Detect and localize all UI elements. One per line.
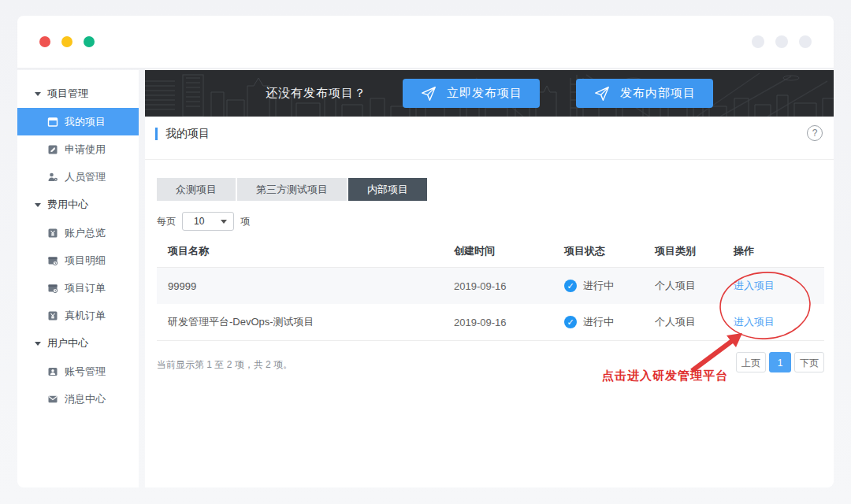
app-root: 项目管理 我的项目 申请使用 人员管理 费用中心 账户总览 项目明细 项目订 [0, 0, 851, 504]
main-panel: 还没有发布项目？ 立即发布项目 发布内部项目 我的项目 ? 众测项目 第三方测试… [145, 70, 834, 487]
sidebar-group-label: 用户中心 [47, 336, 88, 350]
tab-internal[interactable]: 内部项目 [348, 178, 427, 201]
sidebar-item-label: 消息中心 [65, 392, 106, 406]
page-title: 我的项目 [165, 127, 210, 141]
window-titlebar [17, 16, 834, 68]
sidebar-item-message-center[interactable]: 消息中心 [17, 385, 139, 413]
publish-banner: 还没有发布项目？ 立即发布项目 发布内部项目 [145, 70, 834, 117]
per-page-value: 10 [194, 216, 204, 227]
banner-prompt-text: 还没有发布项目？ [266, 86, 366, 101]
publish-internal-label: 发布内部项目 [620, 86, 696, 101]
sidebar-item-label: 项目订单 [65, 281, 106, 295]
created-time: 2019-09-16 [454, 317, 564, 328]
sidebar-item-project-detail[interactable]: 项目明细 [17, 246, 139, 274]
publish-internal-button[interactable]: 发布内部项目 [576, 79, 713, 108]
section-divider [145, 159, 834, 160]
question-circle-icon[interactable]: ? [807, 125, 823, 141]
project-category: 个人项目 [655, 279, 734, 293]
sidebar-item-label: 申请使用 [65, 143, 106, 157]
project-name: 99999 [157, 280, 454, 292]
sidebar-item-label: 真机订单 [65, 309, 106, 323]
sidebar-item-device-order[interactable]: 真机订单 [17, 302, 139, 329]
apply-use-icon [47, 144, 58, 155]
col-project-status: 项目状态 [564, 244, 655, 258]
sidebar-group-user-center[interactable]: 用户中心 [17, 329, 139, 358]
sidebar-item-label: 人员管理 [65, 170, 106, 184]
message-center-icon [47, 394, 58, 405]
col-action: 操作 [734, 244, 824, 258]
table-summary: 当前显示第 1 至 2 项，共 2 项。 [157, 358, 292, 372]
per-page-control: 每页 10 项 [157, 212, 250, 231]
sidebar-item-people-manage[interactable]: 人员管理 [17, 163, 139, 191]
section-header: 我的项目 ? [145, 125, 834, 149]
enter-project-link[interactable]: 进入项目 [734, 316, 775, 328]
tab-third-party-test[interactable]: 第三方测试项目 [237, 178, 347, 201]
sidebar-item-label: 我的项目 [65, 115, 106, 129]
sidebar-item-account-manage[interactable]: 账号管理 [17, 358, 139, 385]
projects-table: 项目名称 创建时间 项目状态 项目类别 操作 99999 2019-09-16 … [157, 235, 824, 341]
created-time: 2019-09-16 [454, 280, 564, 292]
status-text: 进行中 [583, 315, 614, 329]
sidebar-item-label: 项目明细 [65, 254, 106, 268]
sidebar-group-project-management[interactable]: 项目管理 [17, 80, 139, 108]
table-row: 99999 2019-09-16 ✓ 进行中 个人项目 进入项目 [157, 268, 824, 304]
device-order-icon [47, 310, 58, 321]
chevron-down-icon [35, 203, 41, 207]
account-manage-icon [47, 366, 58, 377]
publish-now-button[interactable]: 立即发布项目 [403, 79, 540, 108]
paper-plane-icon [593, 85, 611, 102]
check-circle-icon: ✓ [564, 280, 577, 292]
prev-page-button[interactable]: 上页 [736, 352, 766, 372]
window-controls [39, 36, 95, 47]
account-overview-icon [47, 228, 58, 239]
project-name: 研发管理平台-DevOps-测试项目 [157, 315, 454, 329]
sidebar-item-apply-use[interactable]: 申请使用 [17, 135, 139, 163]
per-page-prefix: 每页 [157, 215, 176, 228]
menu-dot-icon[interactable] [775, 35, 788, 48]
project-type-tabs: 众测项目 第三方测试项目 内部项目 [157, 178, 427, 201]
per-page-select[interactable]: 10 [182, 212, 234, 231]
pagination: 上页 1 下页 [736, 352, 824, 372]
page-number-button[interactable]: 1 [769, 352, 791, 372]
paper-plane-icon [420, 85, 437, 102]
project-category: 个人项目 [655, 315, 734, 329]
chevron-down-icon [35, 92, 41, 96]
project-order-icon [47, 283, 58, 294]
sidebar-item-label: 账号管理 [65, 365, 106, 379]
my-projects-icon [47, 117, 58, 128]
menu-dot-icon[interactable] [799, 35, 812, 48]
traffic-light-zoom-icon[interactable] [84, 36, 95, 47]
tab-crowd-test[interactable]: 众测项目 [157, 178, 236, 201]
table-header-row: 项目名称 创建时间 项目状态 项目类别 操作 [157, 235, 824, 268]
traffic-light-close-icon[interactable] [39, 36, 50, 47]
next-page-button[interactable]: 下页 [794, 352, 824, 372]
enter-project-link[interactable]: 进入项目 [734, 280, 775, 291]
table-row: 研发管理平台-DevOps-测试项目 2019-09-16 ✓ 进行中 个人项目… [157, 304, 824, 341]
chevron-down-icon [35, 342, 41, 346]
chevron-down-icon [221, 220, 227, 224]
per-page-suffix: 项 [240, 215, 250, 228]
project-detail-icon [47, 255, 58, 266]
status-text: 进行中 [583, 279, 614, 293]
sidebar-group-label: 项目管理 [47, 87, 88, 101]
col-project-name: 项目名称 [157, 244, 454, 258]
col-created-time: 创建时间 [454, 244, 564, 258]
sidebar: 项目管理 我的项目 申请使用 人员管理 费用中心 账户总览 项目明细 项目订 [17, 70, 139, 487]
sidebar-item-label: 账户总览 [65, 226, 106, 240]
sidebar-group-label: 费用中心 [47, 198, 88, 212]
section-accent-bar [155, 128, 158, 140]
titlebar-menu-dots [752, 35, 812, 48]
sidebar-item-account-overview[interactable]: 账户总览 [17, 219, 139, 246]
sidebar-item-my-projects[interactable]: 我的项目 [17, 108, 139, 135]
traffic-light-minimize-icon[interactable] [61, 36, 72, 47]
sidebar-group-cost-center[interactable]: 费用中心 [17, 191, 139, 219]
publish-now-label: 立即发布项目 [447, 86, 522, 101]
check-circle-icon: ✓ [564, 316, 577, 328]
people-manage-icon [47, 172, 58, 183]
col-project-category: 项目类别 [655, 244, 734, 258]
sidebar-item-project-order[interactable]: 项目订单 [17, 274, 139, 302]
menu-dot-icon[interactable] [752, 35, 764, 48]
